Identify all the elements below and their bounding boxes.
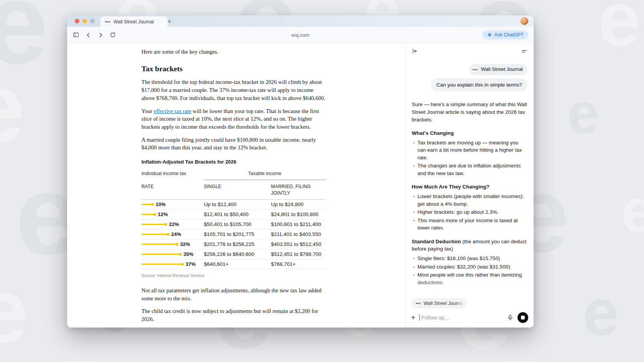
chart-column-headers: RATE SINGLE MARRIED, FILING JOINTLY [141, 180, 325, 200]
table-row: 37% $640,601+ $768,701+ [141, 259, 325, 269]
paragraph-text: Your [141, 108, 154, 114]
bullet-item: Lower brackets (people with smaller inco… [412, 193, 527, 208]
article-paragraph: Here are some of the key changes. [141, 48, 325, 56]
article-pane: Here are some of the key changes. Tax br… [67, 43, 405, 328]
composer-chip-label: Wall Street Journa [424, 301, 463, 306]
attach-icon[interactable]: + [411, 314, 416, 321]
traffic-lights [75, 19, 95, 23]
chart-title: Inflation-Adjusted Tax Brackets for 2026 [141, 159, 325, 165]
group-header-right: Taxable income [204, 170, 325, 180]
wsj-favicon-icon: WSJ [104, 18, 111, 25]
bullet-list: Tax brackets are moving up — meaning you… [412, 139, 527, 177]
single-cell: $12,401 to $50,400 [204, 211, 271, 218]
close-window-button[interactable] [75, 19, 79, 23]
forward-icon[interactable] [97, 32, 104, 38]
zoom-window-button[interactable] [90, 19, 95, 23]
married-cell: $100,801 to $211,400 [271, 221, 325, 228]
rate-bar [141, 244, 177, 245]
group-header-left: Individual income tax [141, 170, 204, 180]
effective-tax-rate-link[interactable]: effective tax rate [154, 108, 191, 114]
stop-button[interactable] [518, 312, 528, 323]
ask-chatgpt-button[interactable]: Ask ChatGPT [482, 30, 528, 39]
rate-label: 32% [180, 241, 190, 248]
table-row: 24% $105,701 to $201,775 $211,401 to $40… [141, 229, 325, 239]
rate-bar [141, 234, 168, 235]
microphone-icon[interactable] [507, 314, 514, 321]
rate-bar [141, 254, 181, 255]
stop-icon [521, 316, 525, 319]
table-row: 22% $50,401 to $105,700 $100,801 to $211… [141, 219, 325, 229]
article-paragraph: Your effective tax rate will be lower th… [141, 107, 325, 131]
article-body: Here are some of the key changes. Tax br… [141, 48, 325, 328]
bullet-item: Higher brackets: go up about 2.3%. [412, 208, 527, 216]
menu-icon[interactable] [521, 48, 527, 54]
chat-composer: WSJ Wall Street Journa + [406, 298, 534, 328]
text-cursor [419, 314, 420, 321]
chart-source: Source: Internal Revenue Service [141, 273, 325, 279]
rate-label: 24% [171, 231, 181, 238]
tab-title: Wall Street Journal [113, 19, 154, 25]
column-header-single: SINGLE [204, 183, 271, 197]
married-cell: $512,451 to $768,700 [271, 251, 325, 258]
wsj-favicon-icon: WSJ [472, 66, 478, 73]
context-chip-label: Wall Street Journal [481, 66, 523, 73]
wsj-favicon-icon: WSJ [415, 300, 421, 306]
bullet-item: Married couples: $32,200 (was $31,500) [412, 263, 527, 271]
article-paragraph: Not all tax parameters get inflation adj… [141, 287, 325, 302]
chart-group-headers: Individual income tax Taxable income [141, 170, 325, 180]
bullet-item: Most people will use this rather than it… [412, 271, 527, 286]
table-row: 35% $256,226 to $640,600 $512,451 to $76… [141, 249, 325, 259]
table-row: 12% $12,401 to $50,400 $24,801 to $100,8… [141, 210, 325, 219]
single-cell: $105,701 to $201,775 [204, 231, 271, 238]
married-cell: $403,551 to $512,450 [271, 241, 325, 248]
browser-toolbar: wsj.com Ask ChatGPT [67, 27, 534, 43]
table-row: 10% Up to $12,400 Up to $24,800 [141, 200, 325, 210]
article-paragraph: A married couple filing jointly could ha… [141, 136, 325, 152]
bullet-item: This means more of your income is taxed … [412, 217, 527, 232]
rate-bar [141, 204, 153, 205]
married-cell: $211,401 to $403,550 [271, 231, 325, 238]
married-cell: $24,801 to $100,800 [271, 211, 325, 218]
back-icon[interactable] [85, 32, 92, 38]
rate-bar [141, 214, 155, 215]
married-cell: Up to $24,800 [271, 201, 325, 208]
rate-label: 37% [186, 261, 196, 268]
profile-avatar[interactable] [521, 17, 528, 25]
rate-bar [141, 224, 166, 225]
section-title: Estate and Gift Taxes [412, 292, 527, 298]
sidebar-toggle-icon[interactable] [72, 31, 79, 38]
composer-context-chip[interactable]: WSJ Wall Street Journa [411, 298, 467, 308]
context-chip[interactable]: WSJ Wall Street Journal [469, 64, 527, 75]
rate-label: 12% [158, 211, 168, 218]
browser-window: WSJ Wall Street Journal + wsj.com Ask Ch… [67, 15, 534, 328]
single-cell: $50,401 to $105,700 [204, 221, 271, 228]
chat-transcript: WSJ Wall Street Journal Can you explain … [406, 59, 534, 298]
article-section-heading: Tax brackets [141, 64, 325, 74]
article-paragraph: The child tax credit is now subject to a… [141, 307, 325, 323]
chatgpt-sidebar: WSJ Wall Street Journal Can you explain … [405, 43, 534, 328]
ask-chatgpt-label: Ask ChatGPT [495, 32, 524, 38]
bullet-item: Single filers: $16,100 (was $15,750) [412, 255, 527, 262]
assistant-message: Sure — here's a simple summary of what t… [412, 101, 527, 298]
follow-up-input[interactable] [421, 314, 503, 321]
single-cell: $256,226 to $640,600 [204, 251, 271, 258]
section-title-text: What's Changing [412, 130, 454, 136]
new-tab-button[interactable]: + [168, 18, 171, 25]
single-cell: $640,601+ [204, 260, 271, 268]
article-paragraph: The threshold for the top federal income… [141, 78, 325, 102]
browser-tab[interactable]: WSJ Wall Street Journal [100, 16, 168, 27]
section-title: How Much Are They Changing? [412, 183, 527, 191]
rate-label: 35% [184, 251, 194, 258]
address-bar[interactable]: wsj.com [67, 32, 534, 38]
section-title-text: Standard Deduction [412, 239, 461, 244]
reload-icon[interactable] [110, 32, 116, 38]
column-header-married: MARRIED, FILING JOINTLY [271, 183, 325, 197]
bullet-list: Lower brackets (people with smaller inco… [412, 193, 527, 232]
bullet-item: The changes are due to inflation adjustm… [412, 162, 527, 177]
table-row: 32% $201,776 to $256,225 $403,551 to $51… [141, 239, 325, 249]
minimize-window-button[interactable] [82, 19, 87, 23]
collapse-sidebar-icon[interactable] [412, 48, 418, 54]
single-cell: Up to $12,400 [204, 201, 271, 208]
chatgpt-logo-icon [487, 32, 492, 38]
sidebar-header [406, 43, 534, 59]
